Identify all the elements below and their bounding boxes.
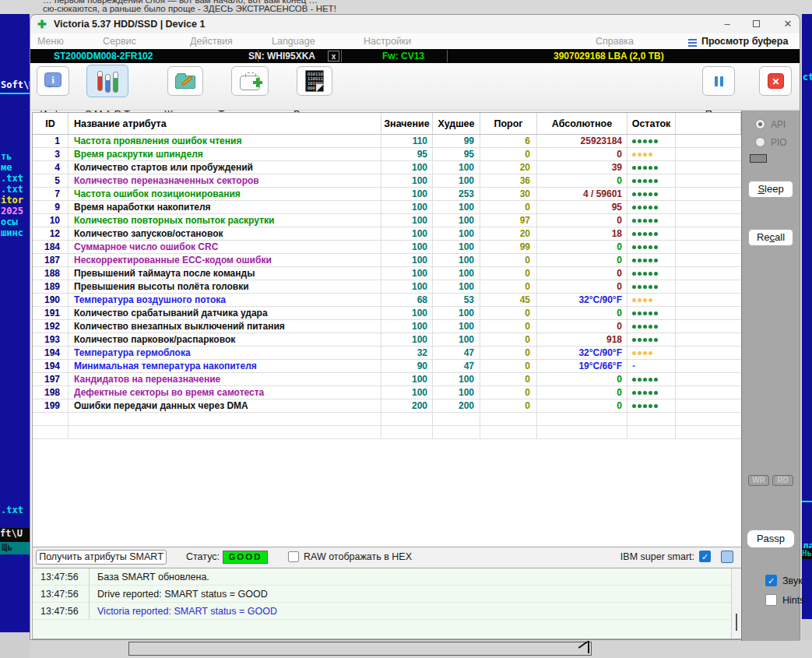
health-dot bbox=[654, 272, 658, 276]
attribute-worst: 100 bbox=[433, 280, 480, 293]
attribute-id: 194 bbox=[33, 360, 69, 372]
log-scrollbar-thumb[interactable] bbox=[736, 614, 737, 631]
menu-help[interactable]: Справка bbox=[596, 36, 634, 47]
log-scrollbar[interactable] bbox=[731, 568, 741, 639]
menu-service[interactable]: Сервис bbox=[103, 36, 136, 47]
attribute-name: Кандидатов на переназначение bbox=[69, 373, 381, 385]
attribute-threshold: 0 bbox=[480, 386, 537, 399]
title-bar[interactable]: ✚ Victoria 5.37 HDD/SSD | Device 1 – ✕ bbox=[30, 15, 800, 33]
health-dot bbox=[638, 351, 642, 355]
wr-button[interactable]: WR bbox=[748, 475, 769, 486]
attribute-threshold: 6 bbox=[480, 135, 537, 147]
health-dot bbox=[632, 285, 636, 289]
editor-button[interactable]: 010110 110011 101000 0001 bbox=[297, 66, 332, 96]
attribute-worst: 100 bbox=[433, 174, 480, 187]
recall-button[interactable]: Recall bbox=[748, 229, 793, 246]
smart-attribute-row[interactable]: 7Частота ошибок позиционирования10025330… bbox=[33, 188, 741, 201]
smart-attribute-row[interactable]: 198Дефектные секторы во время самотеста1… bbox=[33, 386, 741, 399]
menu-settings[interactable]: Настройки bbox=[364, 36, 411, 47]
health-dot bbox=[638, 404, 642, 408]
header-absolute[interactable]: Абсолютное bbox=[537, 113, 627, 134]
header-name[interactable]: Название атрибута bbox=[69, 113, 381, 134]
log-message: База SMART обновлена. bbox=[89, 568, 209, 585]
attribute-health-dots bbox=[627, 241, 676, 253]
smart-attribute-row[interactable]: 197Кандидатов на переназначение10010000 bbox=[33, 373, 741, 386]
attribute-name: Количество стартов или пробуждений bbox=[69, 161, 381, 174]
health-dot bbox=[643, 311, 647, 315]
attribute-threshold: 0 bbox=[480, 148, 537, 160]
ibm-smart-checkbox[interactable]: ✓ bbox=[699, 551, 711, 562]
attribute-health-dots bbox=[627, 254, 676, 266]
smart-attribute-row[interactable]: 189Превышения высоты полёта головки10010… bbox=[33, 280, 741, 294]
smart-attribute-row[interactable]: 10Количество повторных попыток раскрутки… bbox=[33, 214, 741, 227]
attribute-health-dots bbox=[627, 174, 676, 187]
log-entry[interactable]: 13:47:56Victoria reported: SMART status … bbox=[33, 603, 741, 620]
attribute-worst: 53 bbox=[433, 294, 480, 306]
smart-attribute-row[interactable]: 190Температура воздушного потока68534532… bbox=[33, 294, 741, 307]
maximize-button[interactable] bbox=[744, 16, 768, 32]
console-text-fragment: осы bbox=[1, 216, 18, 227]
stop-button[interactable]: ✕ bbox=[759, 66, 792, 96]
attribute-id: 188 bbox=[33, 267, 69, 280]
health-dot bbox=[643, 139, 647, 143]
sleep-button[interactable]: Sleep bbox=[748, 181, 793, 198]
health-dot bbox=[643, 192, 647, 196]
health-dot bbox=[638, 166, 642, 170]
get-smart-button[interactable]: Получить атрибуты SMART bbox=[36, 550, 167, 565]
api-radio[interactable] bbox=[755, 119, 765, 129]
buffer-view-button[interactable]: Просмотр буфера bbox=[701, 36, 788, 47]
rd-button[interactable]: RD bbox=[772, 475, 793, 486]
empty-table-row bbox=[33, 413, 741, 426]
attribute-absolute: 39 bbox=[537, 161, 627, 174]
header-value[interactable]: Значение bbox=[381, 113, 433, 134]
attribute-absolute: 0 bbox=[537, 386, 627, 399]
header-worst[interactable]: Худшее bbox=[433, 113, 480, 134]
attribute-value: 100 bbox=[381, 188, 433, 200]
smart-attribute-row[interactable]: 194Минимальная температура накопителя904… bbox=[33, 360, 741, 373]
attribute-value: 100 bbox=[381, 280, 433, 293]
device-close-button[interactable]: x bbox=[328, 51, 339, 62]
attribute-name: Время раскрутки шпинделя bbox=[69, 148, 381, 160]
menu-language[interactable]: Language bbox=[272, 36, 315, 47]
minimize-button[interactable]: – bbox=[715, 16, 739, 32]
header-threshold[interactable]: Порог bbox=[480, 113, 537, 134]
header-id[interactable]: ID bbox=[33, 113, 69, 134]
journals-button[interactable] bbox=[167, 66, 203, 96]
menu-main[interactable]: Меню bbox=[37, 36, 64, 47]
smart-attribute-row[interactable]: 4Количество стартов или пробуждений10010… bbox=[33, 161, 741, 174]
attribute-worst: 100 bbox=[433, 320, 480, 333]
device-model[interactable]: ST2000DM008-2FR102 bbox=[54, 51, 153, 62]
smart-attribute-row[interactable]: 199Ошибки передачи данных через DMA20020… bbox=[33, 399, 741, 413]
smart-attribute-row[interactable]: 3Время раскрутки шпинделя959500 bbox=[33, 148, 741, 161]
passp-button[interactable]: Passp bbox=[747, 530, 795, 548]
smart-attribute-row[interactable]: 1Частота проявления ошибок чтения1109962… bbox=[33, 135, 741, 148]
smart-attribute-row[interactable]: 187Нескорректированные ECC-кодом ошибки1… bbox=[33, 254, 741, 267]
smart-button[interactable] bbox=[86, 65, 128, 97]
smart-attribute-row[interactable]: 193Количество парковок/распарковок100100… bbox=[33, 333, 741, 347]
menu-actions[interactable]: Действия bbox=[190, 36, 233, 47]
smart-attribute-row[interactable]: 194Температура гермоблока3247032°C/90°F bbox=[33, 347, 741, 360]
attribute-name: Суммарное число ошибок CRC bbox=[69, 241, 381, 253]
raw-hex-checkbox[interactable] bbox=[288, 551, 299, 562]
smart-attribute-row[interactable]: 184Суммарное число ошибок CRC100100990 bbox=[33, 241, 741, 254]
pio-radio[interactable] bbox=[755, 137, 765, 147]
log-entry[interactable]: 13:47:56Drive reported: SMART status = G… bbox=[33, 586, 741, 603]
health-dot bbox=[649, 153, 652, 157]
close-button[interactable]: ✕ bbox=[776, 16, 800, 32]
smart-attribute-row[interactable]: 192Количество внезапных выключений питан… bbox=[33, 320, 741, 333]
smart-attribute-row[interactable]: 191Количество срабатываний датчика удара… bbox=[33, 307, 741, 320]
header-remain[interactable]: Остаток bbox=[627, 113, 676, 134]
blue-square-toggle[interactable] bbox=[721, 551, 733, 563]
smart-attribute-row[interactable]: 12Количество запусков/остановок100100201… bbox=[33, 227, 741, 241]
testing-button[interactable] bbox=[231, 66, 269, 96]
health-dot bbox=[654, 325, 658, 329]
smart-attribute-row[interactable]: 9Время наработки накопителя100100095 bbox=[33, 201, 741, 214]
info-button[interactable]: i bbox=[37, 66, 69, 96]
pause-button[interactable] bbox=[702, 66, 735, 96]
hints-checkbox[interactable] bbox=[765, 594, 777, 606]
sound-checkbox[interactable]: ✓ bbox=[765, 575, 777, 586]
smart-attribute-row[interactable]: 5Количество переназначенных секторов1001… bbox=[33, 174, 741, 188]
health-dot bbox=[632, 139, 636, 143]
smart-attribute-row[interactable]: 188Превышений таймаута после команды1001… bbox=[33, 267, 741, 280]
log-entry[interactable]: 13:47:56База SMART обновлена. bbox=[33, 568, 741, 586]
